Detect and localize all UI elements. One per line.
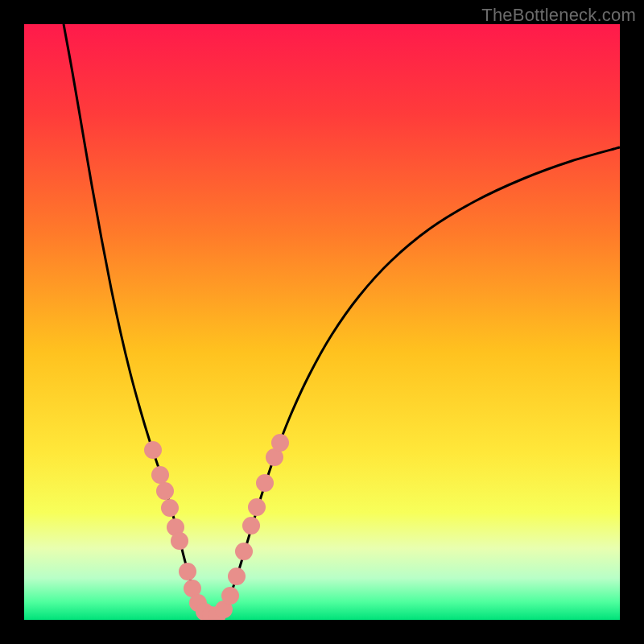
data-marker <box>256 474 274 492</box>
gradient-background <box>24 24 620 620</box>
data-marker <box>179 563 196 580</box>
plot-area <box>24 24 620 620</box>
data-marker <box>271 434 289 452</box>
data-marker <box>235 543 253 560</box>
data-marker <box>144 441 162 459</box>
data-marker <box>228 568 246 585</box>
data-marker <box>171 532 188 550</box>
watermark-text: TheBottleneck.com <box>481 5 636 26</box>
data-marker <box>221 587 239 605</box>
data-marker <box>156 482 174 500</box>
data-marker <box>248 498 266 516</box>
data-marker <box>151 466 169 484</box>
data-marker <box>161 499 179 517</box>
data-marker <box>242 517 260 535</box>
outer-frame: TheBottleneck.com <box>0 0 644 644</box>
chart-svg <box>24 24 620 620</box>
